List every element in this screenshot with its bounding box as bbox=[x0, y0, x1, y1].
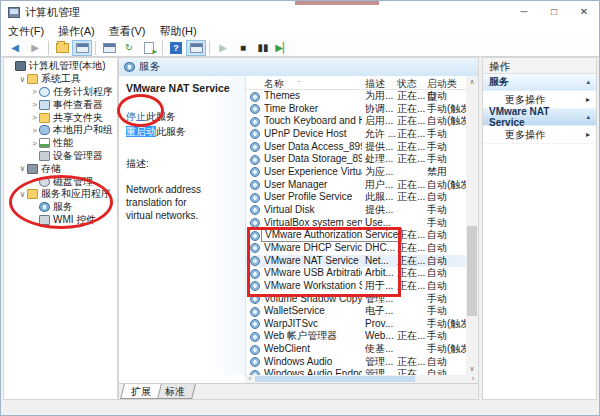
sort-ascending-icon: ˆ bbox=[298, 77, 300, 90]
close-button[interactable]: ✕ bbox=[569, 1, 599, 23]
menu-item-2[interactable]: 查看(V) bbox=[102, 23, 153, 39]
vertical-scrollbar[interactable]: ∧ ∨ bbox=[466, 76, 478, 375]
service-name: VMware USB Arbitration ... bbox=[264, 267, 362, 280]
table-row[interactable]: Virtual Disk提供...手动 bbox=[246, 204, 466, 217]
service-gear-icon bbox=[250, 281, 260, 291]
collapse-icon[interactable]: ▴ bbox=[586, 113, 590, 121]
table-row[interactable]: Themes为用...正在...自动 bbox=[246, 90, 466, 103]
vertical-scroll-thumb[interactable] bbox=[467, 226, 477, 316]
export-list-icon[interactable] bbox=[139, 40, 159, 56]
table-row[interactable]: User Experience Virtualiz...为应...禁用 bbox=[246, 166, 466, 179]
service-gear-icon bbox=[250, 180, 260, 190]
column-header-status[interactable]: 状态 bbox=[397, 77, 417, 90]
properties-window-icon[interactable] bbox=[99, 40, 119, 56]
table-row[interactable]: User Manager用户...正在...自动(触发... bbox=[246, 179, 466, 192]
refresh-icon[interactable]: ↻ bbox=[119, 40, 139, 56]
tree-item-任务计划程序[interactable]: >任务计划程序 bbox=[4, 86, 117, 99]
tree-item-计算机管理(本地)[interactable]: 计算机管理(本地) bbox=[4, 60, 117, 73]
table-row[interactable]: User Data Storage_89926处理...正在...手动 bbox=[246, 153, 466, 166]
scroll-left-icon[interactable]: ‹ bbox=[245, 375, 255, 383]
horizontal-scroll-thumb[interactable] bbox=[255, 376, 415, 382]
stop-service-icon[interactable]: ■ bbox=[233, 40, 253, 56]
action-section-1[interactable]: VMware NAT Service▴ bbox=[483, 109, 596, 126]
local-users-icon bbox=[39, 125, 50, 135]
chevron-right-icon[interactable]: > bbox=[30, 113, 39, 122]
collapse-icon[interactable]: ▴ bbox=[586, 78, 590, 86]
chevron-right-icon[interactable]: > bbox=[30, 100, 39, 109]
table-row[interactable]: Time Broker协调...正在...手动(触发... bbox=[246, 103, 466, 116]
maximize-button[interactable]: □ bbox=[539, 1, 569, 23]
pause-service-icon[interactable]: ▮▮ bbox=[253, 40, 273, 56]
tree-item-事件查看器[interactable]: >事件查看器 bbox=[4, 98, 117, 111]
forward-icon[interactable]: ▶ bbox=[25, 40, 45, 56]
table-row[interactable]: VMware DHCP ServiceDHC...正在...自动 bbox=[246, 242, 466, 255]
table-row[interactable]: Web 帐户管理器Web...正在...手动 bbox=[246, 330, 466, 343]
start-service-icon[interactable]: ▶ bbox=[213, 40, 233, 56]
more-actions-label: 更多操作 bbox=[505, 128, 545, 142]
action-section-0[interactable]: 服务▴ bbox=[483, 74, 596, 91]
table-row[interactable]: Volume Shadow Copy管理...手动 bbox=[246, 293, 466, 306]
column-header-name[interactable]: 名称 bbox=[264, 77, 284, 90]
export-list-icon-shape bbox=[144, 42, 154, 54]
service-description: 处理... bbox=[365, 153, 396, 166]
scroll-down-icon[interactable]: ∨ bbox=[466, 363, 478, 375]
more-actions-item[interactable]: 更多操作▸ bbox=[483, 126, 596, 144]
tree-item-设备管理器[interactable]: 设备管理器 bbox=[4, 150, 117, 163]
tree-item-服务[interactable]: 服务 bbox=[4, 201, 117, 214]
chevron-right-icon[interactable]: > bbox=[30, 87, 39, 96]
restart-service-link-suffix: 此服务 bbox=[156, 126, 186, 137]
chevron-right-icon[interactable]: > bbox=[30, 139, 39, 148]
minimize-button[interactable]: ─ bbox=[509, 1, 539, 23]
chevron-down-icon[interactable]: ∨ bbox=[18, 75, 27, 84]
table-row[interactable]: VMware NAT ServiceNet...正在...自动 bbox=[246, 255, 466, 268]
restart-service-link[interactable]: 重启动 bbox=[126, 126, 156, 137]
table-row[interactable]: WalletService电子...手动 bbox=[246, 305, 466, 318]
tree-item-磁盘管理[interactable]: 磁盘管理 bbox=[4, 175, 117, 188]
table-row[interactable]: UPnP Device Host允许 ...正在...手动 bbox=[246, 128, 466, 141]
table-row[interactable]: VMware Authorization Service正在...自动 bbox=[246, 229, 466, 242]
horizontal-scrollbar[interactable]: ‹ › bbox=[245, 375, 478, 383]
show-action-pane-icon[interactable] bbox=[186, 40, 206, 56]
column-header-description[interactable]: 描述 bbox=[365, 77, 385, 90]
chevron-down-icon[interactable]: ∨ bbox=[18, 164, 27, 173]
tree-item-系统工具[interactable]: ∨系统工具 bbox=[4, 73, 117, 86]
tree-item-服务和应用程序[interactable]: ∨服务和应用程序 bbox=[4, 188, 117, 201]
menu-item-1[interactable]: 操作(A) bbox=[51, 23, 102, 39]
service-name: UPnP Device Host bbox=[264, 128, 362, 141]
tree-item-性能[interactable]: >性能 bbox=[4, 137, 117, 150]
restart-service-icon[interactable]: ▶▏ bbox=[273, 40, 293, 56]
help-icon[interactable]: ? bbox=[166, 40, 186, 56]
service-status: 正在... bbox=[397, 255, 426, 268]
show-console-tree-icon[interactable] bbox=[72, 40, 92, 56]
tab-扩展[interactable]: 扩展 bbox=[120, 384, 162, 399]
table-row[interactable]: User Profile Service此服...正在...自动 bbox=[246, 191, 466, 204]
table-row[interactable]: Windows Audio管理...正在...自动 bbox=[246, 356, 466, 369]
table-row[interactable]: WebClient使基...手动(触发... bbox=[246, 343, 466, 356]
tree-item-共享文件夹[interactable]: >共享文件夹 bbox=[4, 111, 117, 124]
chevron-down-icon[interactable]: ∨ bbox=[18, 190, 27, 199]
service-startup-type: 自动 bbox=[427, 255, 468, 268]
tree-item-WMI 控件[interactable]: WMI 控件 bbox=[4, 214, 117, 227]
device-manager-icon bbox=[39, 151, 50, 161]
computer-icon bbox=[15, 61, 26, 71]
table-row[interactable]: VMware USB Arbitration ...Arbit...正在...自… bbox=[246, 267, 466, 280]
tree-item-存储[interactable]: ∨存储 bbox=[4, 162, 117, 175]
service-startup-type: 手动(触发... bbox=[427, 343, 468, 356]
table-row[interactable]: User Data Access_89926提供...正在...手动 bbox=[246, 141, 466, 154]
back-icon[interactable]: ◀ bbox=[5, 40, 25, 56]
services-pane-title: 服务 bbox=[139, 60, 160, 74]
table-row[interactable]: VMware Workstation Ser...用于...正在...自动 bbox=[246, 280, 466, 293]
table-row[interactable]: WarpJITSvcProv...手动(触发... bbox=[246, 318, 466, 331]
scroll-up-icon[interactable]: ∧ bbox=[466, 76, 478, 88]
chevron-right-icon[interactable]: > bbox=[30, 126, 39, 135]
menu-item-3[interactable]: 帮助(H) bbox=[152, 23, 203, 39]
scroll-right-icon[interactable]: › bbox=[468, 375, 478, 383]
service-startup-type: 自动(触发... bbox=[427, 179, 468, 192]
menu-item-0[interactable]: 文件(F) bbox=[1, 23, 51, 39]
service-startup-type: 手动 bbox=[427, 141, 468, 154]
tree-item-本地用户和组[interactable]: >本地用户和组 bbox=[4, 124, 117, 137]
up-folder-icon[interactable] bbox=[52, 40, 72, 56]
stop-service-link[interactable]: 停止 bbox=[126, 111, 146, 122]
service-status: 正在... bbox=[397, 356, 426, 369]
table-row[interactable]: Touch Keyboard and Ha...启用...正在...自动(触发.… bbox=[246, 115, 466, 128]
